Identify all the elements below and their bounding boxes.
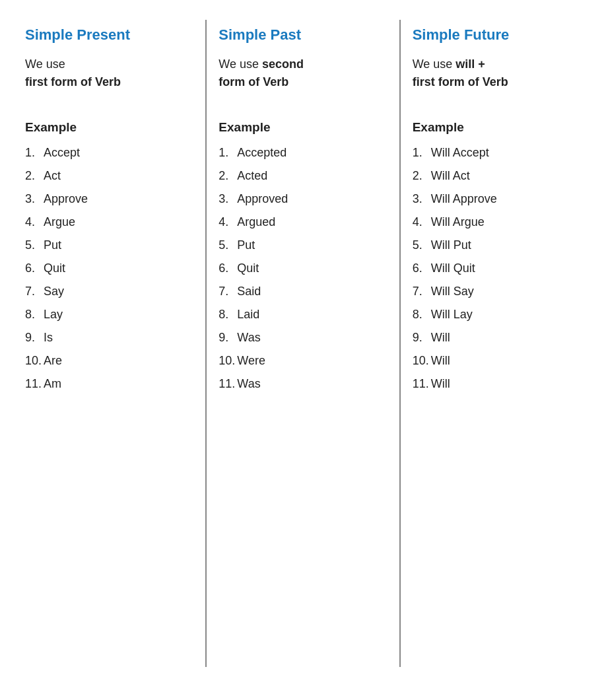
list-item: 11.Was xyxy=(219,372,387,396)
list-item: 7.Said xyxy=(219,280,387,303)
list-item: 2.Acted xyxy=(219,164,387,188)
verb-word: Was xyxy=(237,377,260,391)
verb-word: Accepted xyxy=(237,146,286,160)
list-item: 5.Will Put xyxy=(413,234,581,257)
verb-number: 6. xyxy=(219,262,237,275)
list-item: 9.Will xyxy=(413,326,581,349)
verb-word: Say xyxy=(44,285,64,298)
list-item: 8.Will Lay xyxy=(413,303,581,326)
list-item: 11.Am xyxy=(25,372,193,396)
list-item: 1.Accept xyxy=(25,141,193,164)
list-item: 9.Was xyxy=(219,326,387,349)
list-item: 4.Will Argue xyxy=(413,211,581,234)
verb-number: 8. xyxy=(25,308,44,322)
verb-number: 4. xyxy=(25,215,44,229)
verb-word: Argue xyxy=(44,215,75,229)
column-simple-future: Simple Future We use will +first form of… xyxy=(401,20,593,667)
list-item: 7.Will Say xyxy=(413,280,581,303)
verb-word: Said xyxy=(237,285,261,298)
verb-number: 9. xyxy=(413,331,431,345)
list-item: 8.Lay xyxy=(25,303,193,326)
verb-word: Am xyxy=(44,377,61,391)
verb-number: 8. xyxy=(413,308,431,322)
list-item: 3.Approved xyxy=(219,188,387,211)
verb-number: 5. xyxy=(25,238,44,252)
example-label-present: Example xyxy=(25,120,193,135)
verb-number: 11. xyxy=(413,377,431,391)
list-item: 9.Is xyxy=(25,326,193,349)
list-item: 6.Quit xyxy=(25,257,193,280)
verb-word: Will Act xyxy=(431,169,470,183)
verb-number: 2. xyxy=(25,169,44,183)
list-item: 10.Were xyxy=(219,349,387,372)
verb-number: 1. xyxy=(219,146,237,160)
verb-word: Acted xyxy=(237,169,267,183)
verb-number: 3. xyxy=(25,192,44,206)
verb-number: 3. xyxy=(413,192,431,206)
verb-word: Argued xyxy=(237,215,275,229)
list-item: 6.Quit xyxy=(219,257,387,280)
list-item: 3.Will Approve xyxy=(413,188,581,211)
verb-number: 5. xyxy=(413,238,431,252)
verb-number: 7. xyxy=(413,285,431,298)
verb-number: 10. xyxy=(413,354,431,368)
verb-list-future: 1.Will Accept2.Will Act3.Will Approve4.W… xyxy=(413,141,581,396)
list-item: 7.Say xyxy=(25,280,193,303)
list-item: 8.Laid xyxy=(219,303,387,326)
example-label-future: Example xyxy=(413,120,581,135)
verb-word: Was xyxy=(237,331,260,345)
verb-word: Will Approve xyxy=(431,192,497,206)
verb-word: Laid xyxy=(237,308,259,322)
verb-list-past: 1.Accepted2.Acted3.Approved4.Argued5.Put… xyxy=(219,141,387,396)
verb-word: Are xyxy=(44,354,62,368)
list-item: 2.Act xyxy=(25,164,193,188)
verb-word: Will Accept xyxy=(431,146,489,160)
verb-number: 2. xyxy=(219,169,237,183)
verb-number: 11. xyxy=(219,377,237,391)
rule-plain-past: We use secondform of Verb xyxy=(219,57,304,88)
rule-future: We use will +first form of Verb xyxy=(413,55,581,108)
rule-plain-present: We use xyxy=(25,57,65,71)
list-item: 6.Will Quit xyxy=(413,257,581,280)
rule-plain-future: We use will +first form of Verb xyxy=(413,57,508,88)
verb-number: 8. xyxy=(219,308,237,322)
verb-word: Accept xyxy=(44,146,80,160)
rule-bold-present: first form of Verb xyxy=(25,75,121,88)
rule-present: We use first form of Verb xyxy=(25,55,193,108)
verb-number: 7. xyxy=(219,285,237,298)
list-item: 10.Will xyxy=(413,349,581,372)
column-simple-past: Simple Past We use secondform of Verb Ex… xyxy=(207,20,400,667)
verb-word: Put xyxy=(237,238,255,252)
verb-word: Will xyxy=(431,377,450,391)
verb-word: Approve xyxy=(44,192,88,206)
verb-number: 6. xyxy=(25,262,44,275)
verb-word: Quit xyxy=(237,262,259,275)
verb-word: Will Argue xyxy=(431,215,485,229)
verb-number: 4. xyxy=(219,215,237,229)
example-label-past: Example xyxy=(219,120,387,135)
verb-word: Act xyxy=(44,169,61,183)
list-item: 1.Accepted xyxy=(219,141,387,164)
verb-word: Will xyxy=(431,331,450,345)
verb-number: 1. xyxy=(25,146,44,160)
list-item: 5.Put xyxy=(219,234,387,257)
verb-word: Quit xyxy=(44,262,65,275)
verb-number: 10. xyxy=(25,354,44,368)
verb-number: 9. xyxy=(219,331,237,345)
verb-list-present: 1.Accept2.Act3.Approve4.Argue5.Put6.Quit… xyxy=(25,141,193,396)
list-item: 4.Argued xyxy=(219,211,387,234)
column-title-past: Simple Past xyxy=(219,26,387,44)
list-item: 2.Will Act xyxy=(413,164,581,188)
column-title-future: Simple Future xyxy=(413,26,581,44)
list-item: 10.Are xyxy=(25,349,193,372)
verb-number: 10. xyxy=(219,354,237,368)
verb-word: Will xyxy=(431,354,450,368)
verb-number: 7. xyxy=(25,285,44,298)
verb-word: Will Lay xyxy=(431,308,473,322)
verb-number: 2. xyxy=(413,169,431,183)
verb-word: Approved xyxy=(237,192,288,206)
column-title-present: Simple Present xyxy=(25,26,193,44)
list-item: 1.Will Accept xyxy=(413,141,581,164)
verb-word: Is xyxy=(44,331,53,345)
verb-word: Will Put xyxy=(431,238,471,252)
